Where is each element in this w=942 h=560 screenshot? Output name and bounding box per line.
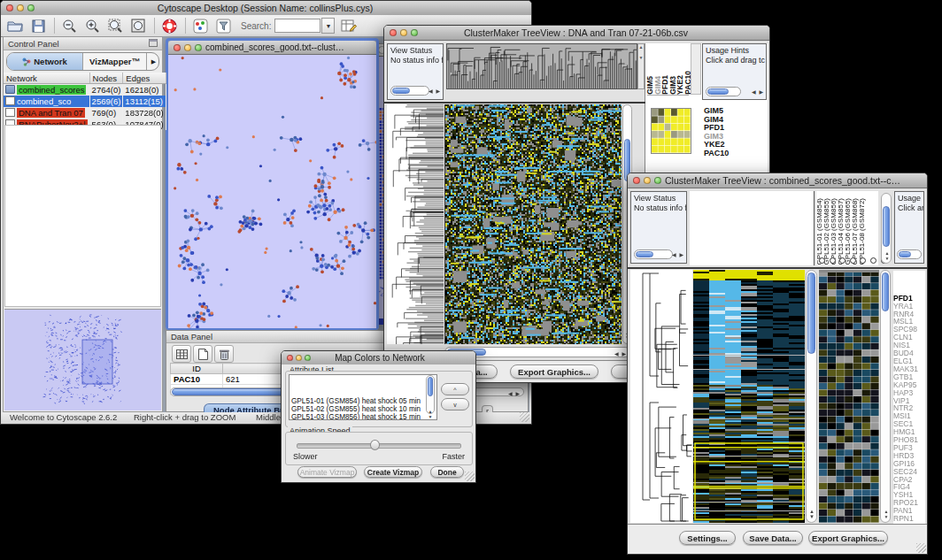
treeview1-title-bar[interactable]: ClusterMaker TreeView : DNA and Tran 07-… [384,26,769,41]
network-row[interactable]: DNA and Tran 07 769(0) 183728(0) [4,107,166,119]
zoom-vscrollbar[interactable]: ▲▼ [880,270,891,523]
animate-vizmap-button[interactable]: Animate Vizmap [297,466,357,478]
desktop: Cytoscape Desktop (Session Name: collins… [0,0,942,560]
minimize-icon[interactable] [296,355,302,361]
done-button[interactable]: Done [430,466,464,478]
close-icon[interactable] [390,29,397,36]
attr-col-id[interactable]: ID [171,364,223,374]
zoom-fit-icon[interactable] [129,17,147,35]
attribute-list-group: GPL51-01 (GSM854) heat shock 05 minGPL51… [285,371,473,427]
zoom-in-icon[interactable] [83,17,101,35]
network-row[interactable]: combined_scores 2764(0) 16218(0) [4,84,166,96]
dendro-scroll-strip[interactable]: ▲▼ [637,43,645,89]
export-graphics-button[interactable]: Export Graphics... [510,364,598,379]
export-graphics-button[interactable]: Export Graphics... [808,531,888,545]
label-scroll-strip[interactable] [691,43,701,95]
close-icon[interactable] [287,355,293,361]
open-file-icon[interactable] [6,17,24,35]
create-vizmap-button[interactable]: Create Vizmap [364,466,422,478]
select-attributes-icon[interactable] [172,345,191,363]
main-title-bar[interactable]: Cytoscape Desktop (Session Name: collins… [1,1,531,16]
usage-hints-scrollbar[interactable] [897,249,922,259]
network-frame-1[interactable]: combined_scores_good.txt--cluste... [166,38,379,330]
minimize-icon[interactable] [184,44,191,51]
resize-grip[interactable] [520,412,529,422]
col-header-edges[interactable]: Edges [123,73,166,84]
zoom-out-icon[interactable] [60,17,78,35]
close-icon[interactable] [174,44,181,51]
move-up-button[interactable]: ^ [441,383,469,395]
zoom-window-icon[interactable] [305,355,311,361]
top-vscrollbar[interactable]: ▲▼ [881,193,892,264]
network-icon [22,58,31,66]
save-data-button[interactable]: Save Data... [743,531,803,545]
save-icon[interactable] [29,17,47,35]
status-right-click-hint: Right-click + drag to ZOOM [134,412,236,422]
treeview2-title-bar[interactable]: ClusterMaker TreeView : combined_scores_… [628,173,927,188]
column-labels: GIM5GIM4PFD1GIM3YKE2PAC10 [647,43,689,96]
column-dendrogram[interactable] [446,43,637,89]
attribute-editor-icon[interactable] [340,17,358,35]
minimize-icon[interactable] [400,29,407,36]
search-input[interactable] [274,19,320,33]
move-down-button[interactable]: v [441,398,469,410]
attribute-list-item[interactable]: GPL51-03 (GSM856) heat shock 15 min [291,414,436,420]
col-header-nodes[interactable]: Nodes [89,73,123,84]
new-attribute-icon[interactable] [193,345,212,363]
zoom-heatmap-yellow[interactable] [651,108,691,154]
row-dendrogram[interactable] [387,104,444,344]
zoom-window-icon[interactable] [654,177,661,184]
slower-label: Slower [293,452,318,461]
attribute-list[interactable]: GPL51-01 (GSM854) heat shock 05 minGPL51… [289,374,437,420]
slider-thumb[interactable] [370,440,380,450]
close-icon[interactable] [6,4,13,12]
control-panel: Control Panel Network VizMapper™ ▶ [3,36,163,412]
heatmap-vscrollbar[interactable]: ▲▼ [806,270,817,523]
settings-button[interactable]: Settings... [679,531,736,545]
control-panel-tabs: Network VizMapper™ ▶ [6,52,159,71]
birdseye-view[interactable] [4,309,161,410]
faster-label: Faster [442,452,465,461]
zoom-heatmap[interactable] [819,270,879,523]
view-status-scrollbar[interactable] [634,249,673,259]
treeview2-button-bar: Settings... Save Data... Export Graphics… [628,524,927,554]
usage-hints-scrollbar[interactable] [706,87,741,96]
col-header-network[interactable]: Network [4,73,89,84]
zoom-window-icon[interactable] [195,44,202,51]
view-status-scrollbar[interactable] [390,86,429,96]
column-tree-area [690,191,815,265]
main-heatmap[interactable] [444,104,622,344]
minimize-icon[interactable] [17,4,24,12]
resize-grip[interactable] [465,472,475,481]
main-window-title: Cytoscape Desktop (Session Name: collins… [35,3,496,13]
delete-attribute-icon[interactable] [214,345,234,363]
zoom-window-icon[interactable] [27,4,35,12]
main-heatmap[interactable] [693,270,805,523]
row-dendrogram[interactable] [630,270,692,523]
zoom-selected-icon[interactable] [106,17,124,35]
column-label[interactable]: GPL51-08 (GSM872) [859,198,866,265]
tab-network[interactable]: Network [7,53,83,70]
column-markers [819,257,887,264]
zoom-window-icon[interactable] [411,29,418,36]
usage-hints-panel: Usage Hi Click and [894,191,924,264]
status-welcome: Welcome to Cytoscape 2.6.2 [10,412,117,422]
close-icon[interactable] [633,177,640,184]
network-row[interactable]: combined_sco 2569(6) 13112(15) [4,96,166,107]
help-icon[interactable] [160,17,178,35]
tab-overflow-arrow-icon[interactable]: ▶ [147,53,159,70]
gene-label[interactable]: PAC10 [704,150,729,158]
view-status-panel: View Status No status info f ◀ ▶ [387,43,444,100]
search-dropdown-icon[interactable]: ▼ [321,18,335,34]
minimize-icon[interactable] [644,177,651,184]
tab-vizmapper[interactable]: VizMapper™ [83,53,147,70]
network-canvas-clusters[interactable] [168,55,376,328]
map-dialog-title-bar[interactable]: Map Colors to Network [282,351,475,365]
network-frame1-title-bar[interactable]: combined_scores_good.txt--cluste... [168,41,376,55]
network-list-table: Network Nodes Edges combined_scores 2764… [4,73,166,130]
usage-hints-panel: Usage Hints Click and drag tc ◀ ▶ [702,43,767,100]
resize-grip[interactable] [916,543,926,553]
float-panel-icon[interactable] [149,39,158,49]
filter-icon[interactable] [214,17,232,35]
vizmapper-icon[interactable] [191,17,209,35]
